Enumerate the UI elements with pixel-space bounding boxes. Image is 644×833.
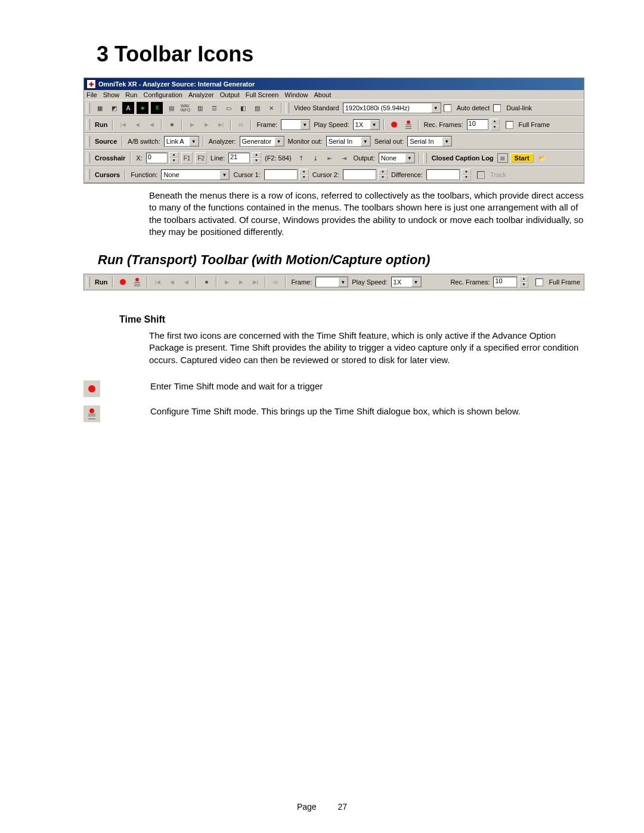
step-forward-icon[interactable] [200, 119, 212, 131]
step-back-icon[interactable] [131, 119, 143, 131]
play-reverse-icon[interactable] [180, 276, 192, 288]
monitor-out-combo[interactable]: Serial In▼ [326, 136, 371, 147]
f1-button[interactable]: F1 [181, 152, 193, 164]
track-checkbox[interactable] [477, 171, 485, 179]
play-speed-combo[interactable]: 1X▼ [353, 119, 380, 130]
goto-start-icon[interactable] [117, 119, 129, 131]
rec-frames-field[interactable]: 10 [493, 277, 517, 287]
frame-combo[interactable]: ▼ [315, 277, 348, 287]
menu-output[interactable]: Output [220, 91, 240, 98]
serial-out-combo[interactable]: Serial In▼ [407, 136, 452, 147]
difference-field[interactable] [426, 169, 460, 180]
track-label: Track [489, 171, 507, 178]
arrow-icon[interactable]: ⤒ [295, 152, 307, 164]
arrow-icon[interactable]: ⇤ [324, 152, 336, 164]
menu-configuration[interactable]: Configuration [143, 91, 182, 98]
dual-link-checkbox[interactable] [493, 104, 501, 112]
step-forward-icon[interactable] [235, 276, 247, 288]
play-speed-combo[interactable]: 1X▼ [391, 277, 422, 287]
grip-icon[interactable] [86, 169, 90, 180]
tool-icon[interactable]: ◩ [108, 102, 120, 114]
tool-icon[interactable]: ☲ [208, 102, 220, 114]
x-field[interactable]: 0 [146, 153, 168, 163]
source-label: Source [94, 138, 118, 145]
play-icon[interactable] [186, 119, 198, 131]
tool-icon[interactable]: ▭ [222, 102, 234, 114]
menu-analyzer[interactable]: Analyzer [188, 91, 214, 98]
grip-icon[interactable] [86, 103, 90, 113]
tool-icon[interactable]: ▨ [251, 102, 263, 114]
menu-about[interactable]: About [314, 91, 331, 98]
loop-icon[interactable] [235, 119, 247, 131]
cursor1-field[interactable] [264, 169, 298, 180]
analyzer-combo[interactable]: Generator▼ [240, 136, 284, 147]
arrow-icon[interactable]: ⤓ [309, 152, 321, 164]
grip-icon[interactable] [286, 103, 289, 113]
cursor2-spinner[interactable]: ▲▼ [378, 169, 388, 181]
f2-detail: (F2: 584) [264, 154, 293, 162]
timeshift-config-icon[interactable] [402, 119, 414, 131]
loop-icon[interactable] [270, 276, 281, 288]
rec-frames-field[interactable]: 10 [467, 119, 488, 130]
section-heading: Run (Transport) Toolbar (with Motion/Cap… [98, 252, 584, 268]
goto-end-icon[interactable] [215, 119, 227, 131]
menu-run[interactable]: Run [125, 91, 137, 98]
full-frame-checkbox[interactable] [535, 278, 543, 286]
ab-switch-label: A/B switch: [126, 138, 161, 145]
goto-end-icon[interactable] [249, 276, 261, 288]
line-spinner[interactable]: ▲▼ [252, 152, 261, 164]
output-combo[interactable]: None▼ [379, 153, 415, 163]
rec-frames-spinner[interactable]: ▲▼ [490, 119, 500, 131]
ab-switch-combo[interactable]: Link A▼ [164, 136, 199, 147]
tool-icon[interactable]: WAVINFO [179, 102, 191, 114]
cursor1-spinner[interactable]: ▲▼ [299, 169, 309, 181]
menu-file[interactable]: File [86, 91, 97, 98]
start-button[interactable]: Start [510, 153, 534, 163]
x-spinner[interactable]: ▲▼ [169, 152, 179, 164]
tool-icon[interactable]: ▤ [165, 102, 177, 114]
grip-icon[interactable] [86, 119, 90, 130]
goto-start-icon[interactable] [151, 276, 163, 288]
menu-fullscreen[interactable]: Full Screen [246, 91, 279, 98]
cc-config-icon[interactable]: ▤ [497, 153, 508, 163]
stop-icon[interactable] [200, 276, 212, 288]
f2-button[interactable]: F2 [195, 152, 207, 164]
grip-icon[interactable] [86, 136, 90, 147]
frame-combo[interactable]: ▼ [281, 119, 310, 130]
full-frame-checkbox[interactable] [506, 121, 513, 129]
function-combo[interactable]: None▼ [161, 169, 230, 180]
chapter-heading: 3 Toolbar Icons [97, 42, 584, 67]
cursor2-field[interactable] [343, 169, 376, 180]
folder-open-icon[interactable]: 📂 [536, 152, 548, 164]
tool-icon[interactable]: ⧗ [151, 102, 163, 114]
rec-frames-spinner[interactable]: ▲▼ [519, 276, 528, 288]
difference-spinner[interactable]: ▲▼ [462, 169, 471, 181]
step-back-icon[interactable] [166, 276, 178, 288]
auto-detect-checkbox[interactable] [444, 104, 451, 112]
menu-window[interactable]: Window [284, 91, 308, 98]
stop-icon[interactable] [166, 119, 178, 131]
grip-icon[interactable] [86, 277, 90, 287]
tool-icon[interactable]: ▦ [94, 102, 106, 114]
play-icon[interactable] [221, 276, 233, 288]
record-icon[interactable] [117, 276, 129, 288]
tool-icon[interactable]: A [122, 102, 134, 114]
tool-icon[interactable]: ▥ [194, 102, 206, 114]
tool-icon[interactable]: ✕ [265, 102, 277, 114]
timeshift-config-icon[interactable] [131, 276, 143, 288]
tool-icon[interactable]: ✦ [137, 102, 148, 114]
tool-icon[interactable]: ◧ [237, 102, 249, 114]
full-frame-label: Full Frame [547, 278, 581, 286]
line-field[interactable]: 21 [228, 153, 250, 163]
line-label: Line: [209, 154, 226, 162]
app-screenshot: ✚ OmniTek XR - Analyzer Source: Internal… [83, 78, 584, 184]
record-icon[interactable] [388, 119, 400, 131]
grip-icon[interactable] [423, 153, 427, 163]
dual-link-label: Dual-link [505, 104, 533, 112]
arrow-icon[interactable]: ⇥ [338, 152, 350, 164]
run-toolbar: Run Frame: ▼ Play Speed: 1X▼ Rec. Frames… [84, 116, 584, 133]
grip-icon[interactable] [86, 153, 90, 163]
video-standard-combo[interactable]: 1920x1080i (59.94Hz)▼ [343, 103, 441, 113]
menu-show[interactable]: Show [103, 91, 120, 98]
play-reverse-icon[interactable] [145, 119, 157, 131]
